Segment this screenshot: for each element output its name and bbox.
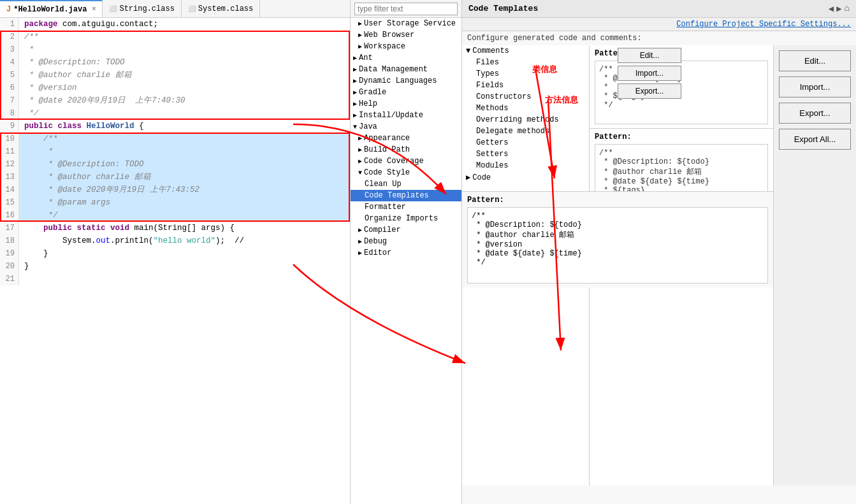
- filter-box: [351, 0, 461, 18]
- close-icon[interactable]: ×: [92, 6, 96, 13]
- tmpl-getters[interactable]: Getters: [462, 137, 589, 148]
- tree-code-coverage[interactable]: ▶ Code Coverage: [351, 155, 461, 167]
- tree-gradle[interactable]: ▶ Gradle: [351, 87, 461, 98]
- code-line-13: 13 * @author charlie 邮箱: [0, 171, 350, 184]
- tmpl-fields[interactable]: Fields: [462, 80, 589, 91]
- templates-panel: Code Templates ◀ ▶ ⌂ Configure Project S…: [462, 0, 856, 504]
- tmpl-overriding[interactable]: Overriding methods: [462, 114, 589, 126]
- config-link[interactable]: Configure Project Specific Settings...: [676, 20, 851, 29]
- tree-editor[interactable]: ▶ Editor: [351, 247, 461, 259]
- pattern-mid-content[interactable]: /** * @Description: ${todo} * @author ch…: [467, 207, 768, 284]
- arrow-icon: ▶: [353, 89, 357, 96]
- arrow-icon: ▶: [358, 249, 362, 257]
- code-line-1: 1 package com.atguigu.contact;: [0, 18, 350, 31]
- tree-help[interactable]: ▶ Help: [351, 98, 461, 110]
- tmpl-types[interactable]: Types: [462, 68, 589, 80]
- templates-panel-header: Code Templates ◀ ▶ ⌂: [462, 0, 856, 18]
- tree-organize-imports[interactable]: Organize Imports: [351, 213, 461, 224]
- tmpl-code[interactable]: ▶ Code: [462, 171, 589, 184]
- arrow-icon: ▶: [353, 54, 357, 62]
- import-small-button[interactable]: Import...: [618, 66, 681, 81]
- code-line-11: 11 *: [0, 145, 350, 158]
- code-line-16: 16 */: [0, 209, 350, 222]
- tree-build-path[interactable]: ▶ Build Path: [351, 144, 461, 155]
- tree-formatter[interactable]: Formatter: [351, 201, 461, 213]
- prefs-panel: ▶ User Storage Service ▶ Web Browser ▶ W…: [351, 0, 462, 504]
- tree-code-style[interactable]: ▼ Code Style: [351, 167, 461, 178]
- expand-icon2: ▶: [466, 173, 470, 182]
- code-line-2: 2 /**: [0, 31, 350, 43]
- tree-ant[interactable]: ▶ Ant: [351, 52, 461, 64]
- tmpl-modules[interactable]: Modules: [462, 160, 589, 171]
- code-line-6: 6 * @version: [0, 82, 350, 94]
- panel-title: Code Templates: [468, 4, 538, 13]
- nav-back-icon[interactable]: ◀: [829, 3, 834, 14]
- code-line-5: 5 * @author charlie 邮箱: [0, 69, 350, 82]
- code-line-9: 9 public class HelloWorld {: [0, 120, 350, 133]
- pattern-bottom-label: Pattern:: [595, 133, 768, 141]
- tmpl-methods[interactable]: Methods: [462, 103, 589, 114]
- import-button[interactable]: Import...: [779, 76, 851, 97]
- edit-small-button[interactable]: Edit...: [618, 48, 681, 63]
- code-line-10: 10 /**: [0, 133, 350, 145]
- code-line-19: 19 }: [0, 247, 350, 260]
- filter-input[interactable]: [354, 3, 458, 15]
- export-all-button[interactable]: Export All...: [779, 129, 851, 150]
- arrow-icon: ▶: [358, 238, 362, 245]
- tmpl-comments[interactable]: ▼ Comments: [462, 45, 589, 57]
- arrow-icon: ▶: [358, 43, 362, 50]
- tree-install-update[interactable]: ▶ Install/Update: [351, 110, 461, 121]
- tree-compiler[interactable]: ▶ Compiler: [351, 224, 461, 236]
- tab-system[interactable]: ⬜ System.class: [182, 0, 260, 17]
- code-line-17: 17 public static void main(String[] args…: [0, 222, 350, 234]
- code-line-18: 18 System.out.println("hello world"); //: [0, 234, 350, 247]
- arrow-icon: ▶: [353, 77, 357, 85]
- code-line-14: 14 * @date 2020年9月19日 上午7:43:52: [0, 184, 350, 196]
- tree-appearance[interactable]: ▶ Appearance: [351, 133, 461, 144]
- prefs-tree: ▶ User Storage Service ▶ Web Browser ▶ W…: [351, 18, 461, 453]
- tab-string[interactable]: ⬜ String.class: [103, 0, 181, 17]
- tree-user-storage[interactable]: ▶ User Storage Service: [351, 18, 461, 29]
- code-line-8: 8 */: [0, 107, 350, 120]
- tree-workspace[interactable]: ▶ Workspace: [351, 41, 461, 52]
- arrow-icon: ▶: [353, 100, 357, 108]
- code-line-7: 7 * @date 2020年9月19日 上午7:40:30: [0, 94, 350, 107]
- code-line-20: 20 }: [0, 260, 350, 273]
- class-icon: ⬜: [109, 5, 117, 13]
- nav-home-icon[interactable]: ⌂: [845, 3, 850, 14]
- arrow-icon: ▶: [358, 226, 362, 234]
- code-view[interactable]: 1 package com.atguigu.contact; 2 /** 3 *…: [0, 18, 350, 504]
- arrow-icon: ▶: [358, 157, 362, 165]
- tmpl-constructors[interactable]: Constructors: [462, 91, 589, 103]
- tree-code-templates[interactable]: Code Templates: [351, 190, 461, 201]
- tree-java[interactable]: ▼ Java: [351, 121, 461, 133]
- arrow-icon: ▼: [353, 124, 357, 131]
- tmpl-delegate[interactable]: Delegate methods: [462, 126, 589, 137]
- export-button[interactable]: Export...: [779, 103, 851, 124]
- pattern-middle-section: Pattern: /** * @Description: ${todo} * @…: [462, 191, 773, 287]
- nav-forward-icon[interactable]: ▶: [836, 3, 841, 14]
- editor-area: J *HelloWorld.java × ⬜ String.class ⬜ Sy…: [0, 0, 351, 504]
- tree-clean-up[interactable]: Clean Up: [351, 178, 461, 190]
- export-small-button[interactable]: Export...: [618, 83, 681, 99]
- arrow-icon: ▶: [358, 20, 362, 27]
- edit-button[interactable]: Edit...: [779, 50, 851, 71]
- big-buttons-panel: Edit... Import... Export... Export All..…: [773, 45, 856, 486]
- tree-data-mgmt[interactable]: ▶ Data Management: [351, 64, 461, 75]
- pattern-mid-label: Pattern:: [467, 196, 768, 205]
- tree-debug[interactable]: ▶ Debug: [351, 236, 461, 247]
- arrow-icon: ▼: [358, 169, 362, 176]
- tab-helloworld[interactable]: J *HelloWorld.java ×: [0, 0, 103, 17]
- expand-icon: ▼: [466, 47, 470, 55]
- code-line-4: 4 * @Description: TODO: [0, 56, 350, 69]
- tmpl-files[interactable]: Files: [462, 57, 589, 68]
- arrow-icon: ▶: [353, 66, 357, 73]
- arrow-icon: ▶: [358, 146, 362, 154]
- configure-desc: Configure generated code and comments:: [462, 31, 856, 45]
- tree-dynamic-langs[interactable]: ▶ Dynamic Languages: [351, 75, 461, 87]
- class-icon2: ⬜: [188, 5, 196, 13]
- tmpl-setters[interactable]: Setters: [462, 148, 589, 160]
- code-line-12: 12 * @Description: TODO: [0, 158, 350, 171]
- tree-web-browser[interactable]: ▶ Web Browser: [351, 29, 461, 41]
- java-icon: J: [6, 5, 11, 14]
